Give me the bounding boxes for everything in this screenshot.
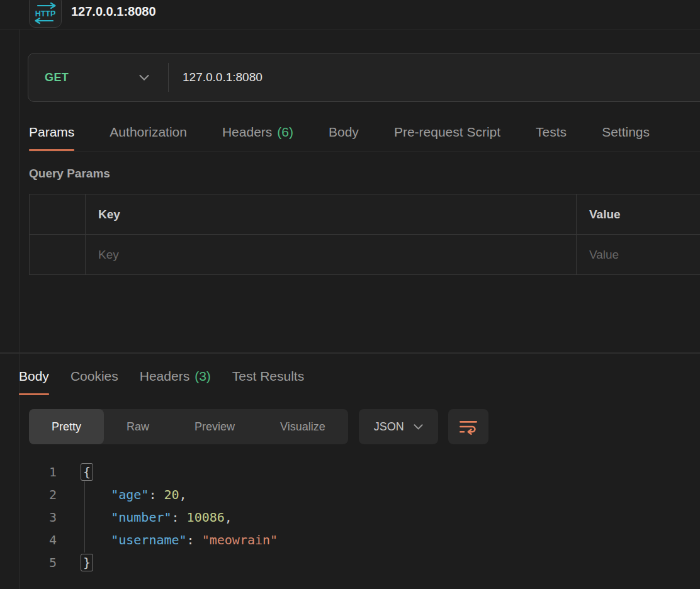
code-token-punct: , <box>179 487 187 502</box>
response-tab-cookies[interactable]: Cookies <box>71 367 118 395</box>
view-mode-preview[interactable]: Preview <box>172 409 257 444</box>
code-token-punct: : <box>187 532 202 547</box>
tab-label: Tests <box>536 125 567 140</box>
code-token-punct: , <box>225 510 232 525</box>
method-selector[interactable]: GET <box>28 53 168 101</box>
code-line-content: "age": 20, <box>81 487 187 502</box>
request-title: 127.0.0.1:8080 <box>71 4 156 19</box>
response-body-code[interactable]: 1{2 "age": 20,3 "number": 10086,4 "usern… <box>0 461 700 589</box>
request-tab-settings[interactable]: Settings <box>602 123 650 151</box>
code-line-content: } <box>81 555 93 570</box>
tab-label: Test Results <box>232 369 304 384</box>
query-params-title: Query Params <box>29 167 110 181</box>
line-number: 2 <box>0 487 57 502</box>
method-label: GET <box>45 71 69 84</box>
key-column-header: Key <box>86 194 577 235</box>
http-arrows-icon: HTTP <box>31 1 59 26</box>
chevron-down-icon <box>139 75 149 81</box>
response-tab-headers[interactable]: Headers(3) <box>140 367 211 395</box>
value-input[interactable]: Value <box>577 235 700 275</box>
code-line-content: "number": 10086, <box>81 510 232 525</box>
response-toolbar: PrettyRawPreviewVisualize JSON <box>29 409 488 444</box>
svg-text:HTTP: HTTP <box>35 9 56 18</box>
tab-label: Cookies <box>71 369 118 384</box>
code-token-key: "age" <box>111 487 149 502</box>
format-label: JSON <box>374 420 404 434</box>
select-column-header <box>30 194 86 235</box>
request-tab-pre-request-script[interactable]: Pre-request Script <box>394 123 500 151</box>
url-input[interactable]: 127.0.0.1:8080 <box>169 70 262 84</box>
tab-label: Authorization <box>110 125 187 140</box>
code-token-punct: : <box>149 487 164 502</box>
tab-label: Headers <box>140 369 189 384</box>
request-tab-authorization[interactable]: Authorization <box>110 123 187 151</box>
indent-guide <box>84 481 85 553</box>
code-token-fold: } <box>81 554 93 571</box>
response-tabs: BodyCookiesHeaders(3)Test Results <box>19 367 304 395</box>
view-mode-pretty[interactable]: Pretty <box>29 409 104 444</box>
code-line: 5} <box>0 551 700 574</box>
format-selector[interactable]: JSON <box>359 409 438 444</box>
tab-count-badge: (3) <box>195 369 211 384</box>
key-input[interactable]: Key <box>86 235 577 275</box>
request-tab-tests[interactable]: Tests <box>536 123 567 151</box>
postman-app: HTTP 127.0.0.1:8080 GET 127.0.0.1:8080 P… <box>0 0 700 589</box>
code-line-content: { <box>81 464 93 480</box>
tab-count-badge: (6) <box>277 125 293 140</box>
query-params-table: Key Value Key Value <box>29 194 700 277</box>
tab-label: Params <box>29 125 74 140</box>
line-number: 3 <box>0 510 57 525</box>
code-indent <box>81 510 111 525</box>
code-indent <box>81 487 111 502</box>
wrap-lines-icon <box>458 418 479 435</box>
code-token-num: 10086 <box>187 510 225 525</box>
code-token-punct: : <box>172 510 187 525</box>
code-token-num: 20 <box>164 487 179 502</box>
view-mode-visualize[interactable]: Visualize <box>257 409 348 444</box>
request-tab-params[interactable]: Params <box>29 123 74 151</box>
url-bar: GET 127.0.0.1:8080 <box>28 53 700 102</box>
request-tab-body[interactable]: Body <box>329 123 359 151</box>
tab-label: Body <box>329 125 359 140</box>
tab-label: Pre-request Script <box>394 125 500 140</box>
code-line: 1{ <box>0 461 700 483</box>
header-divider <box>0 29 700 30</box>
code-indent <box>81 532 111 547</box>
response-tab-body[interactable]: Body <box>19 367 49 395</box>
request-tab-headers[interactable]: Headers(6) <box>222 123 293 151</box>
response-tab-test-results[interactable]: Test Results <box>232 367 304 395</box>
code-token-fold: { <box>81 463 93 481</box>
code-token-key: "number" <box>111 510 171 525</box>
view-mode-switcher: PrettyRawPreviewVisualize <box>29 409 348 444</box>
line-number: 1 <box>0 464 57 480</box>
line-number: 4 <box>0 532 57 547</box>
http-protocol-icon: HTTP <box>29 0 62 28</box>
wrap-lines-button[interactable] <box>448 409 488 444</box>
chevron-down-icon <box>414 424 423 430</box>
code-line: 4 "username": "meowrain" <box>0 529 700 551</box>
code-line: 3 "number": 10086, <box>0 506 700 529</box>
row-select-cell <box>30 235 86 275</box>
code-line-content: "username": "meowrain" <box>81 532 278 547</box>
line-number: 5 <box>0 555 57 570</box>
table-header-row: Key Value <box>30 194 700 235</box>
code-token-key: "username" <box>111 532 186 547</box>
request-tabs: ParamsAuthorizationHeaders(6)BodyPre-req… <box>29 123 700 152</box>
code-token-str: "meowrain" <box>202 532 278 547</box>
table-row: Key Value <box>30 235 700 275</box>
tab-label: Body <box>19 369 49 384</box>
request-response-splitter[interactable] <box>0 352 700 354</box>
view-mode-raw[interactable]: Raw <box>104 409 172 444</box>
tab-label: Settings <box>602 125 650 140</box>
tab-label: Headers <box>222 125 272 140</box>
value-column-header: Value <box>577 194 700 235</box>
code-line: 2 "age": 20, <box>0 483 700 506</box>
